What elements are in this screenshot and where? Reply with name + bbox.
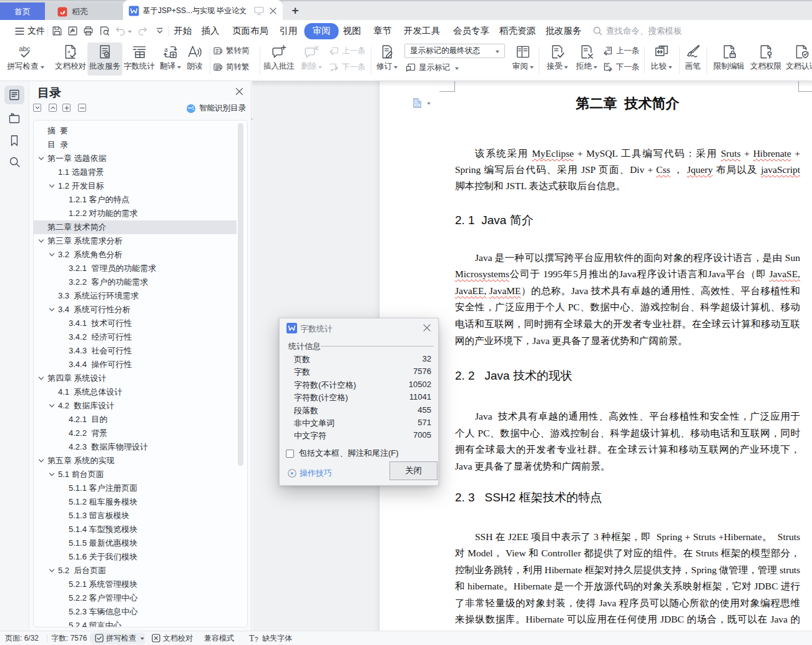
sidebar-search-tool[interactable] <box>4 152 24 171</box>
tab-document[interactable]: 基于JSP+SS...与实现 毕业论文 <box>123 0 283 20</box>
tab-home[interactable]: 首页 <box>0 2 45 21</box>
outline-item[interactable]: 3.4.1 技术可行性 <box>34 317 247 330</box>
reject-change-button[interactable]: 拒绝 <box>573 42 600 75</box>
trad-to-simp-button[interactable]: 繁转简 <box>213 46 250 56</box>
close-dialog-button[interactable]: 关闭 <box>389 461 438 480</box>
outline-scrollbar-thumb[interactable] <box>238 123 243 466</box>
tips-link[interactable]: 操作技巧 <box>288 468 332 479</box>
reviewer-pane-button[interactable]: 审阅 <box>509 42 537 75</box>
outline-item[interactable]: 第二章 技术简介 <box>34 220 247 234</box>
outline-item[interactable]: 第四章 系统设计 <box>34 372 247 385</box>
expand-all-button[interactable] <box>33 104 41 112</box>
outline-item[interactable]: 1.1 选题背景 <box>34 165 247 179</box>
smart-catalog-button[interactable]: 智能识别目录 <box>187 103 246 114</box>
chevron-down-icon[interactable] <box>38 458 44 464</box>
outline-item[interactable]: 5.1.5 最新优惠模块 <box>34 536 247 550</box>
new-tab-button[interactable]: + <box>285 1 306 20</box>
outline-item[interactable]: 目 录 <box>34 138 247 152</box>
accept-change-button[interactable]: 接受 <box>544 42 571 75</box>
next-change-button[interactable]: 下一条 <box>603 62 640 72</box>
outline-item[interactable]: 5.2.3 车辆信息中心 <box>34 605 247 619</box>
outline-item[interactable]: 3.2.1 管理员的功能需求 <box>34 262 247 275</box>
show-markup-button[interactable]: 显示标记 <box>406 62 459 73</box>
expand-level-button[interactable] <box>62 104 71 112</box>
document-body-text[interactable]: 第二章 技术简介 该系统采用 MyEclipse + MySQL 工具编写代码：… <box>455 81 800 628</box>
brush-button[interactable]: 画笔 <box>683 42 702 75</box>
menu-item-1[interactable]: 开始 <box>174 20 192 42</box>
word-count-indicator[interactable]: 字数: 7576 <box>51 631 87 645</box>
include-footnotes-checkbox[interactable]: 包括文本框、脚注和尾注(F) <box>286 448 399 459</box>
outline-item[interactable]: 摘 要 <box>34 124 247 138</box>
page-setup-button[interactable] <box>413 98 431 108</box>
collapse-level-button[interactable] <box>78 104 86 112</box>
outline-item[interactable]: 3.4.3 社会可行性 <box>34 344 247 358</box>
outline-item[interactable]: 3.4.4 操作可行性 <box>34 358 247 372</box>
outline-item[interactable]: 4.2.2 背景 <box>34 426 247 440</box>
chevron-down-icon[interactable] <box>49 307 55 313</box>
read-aloud-button[interactable]: 朗读 <box>182 42 207 75</box>
prev-change-button[interactable]: 上一条 <box>603 46 640 56</box>
compat-mode-indicator[interactable]: 兼容模式 <box>204 631 234 645</box>
outline-item[interactable]: 5.2.4 留言中心 <box>34 619 247 628</box>
collapse-all-button[interactable] <box>49 104 57 112</box>
doc-authentication-button[interactable]: 文档认证 <box>785 42 812 75</box>
outline-item[interactable]: 5.1.6 关于我们模块 <box>34 550 247 564</box>
chevron-down-icon[interactable] <box>38 375 44 382</box>
outline-item[interactable]: 1.2 开发目标 <box>34 179 247 193</box>
outline-item[interactable]: 第五章 系统的实现 <box>34 454 247 468</box>
compare-button[interactable]: 比较 <box>648 42 675 75</box>
sidebar-bookmark-tool[interactable] <box>4 131 24 150</box>
document-page[interactable]: 第二章 技术简介 该系统采用 MyEclipse + MySQL 工具编写代码：… <box>379 81 812 631</box>
menu-item-2[interactable]: 插入 <box>202 20 220 42</box>
sidebar-taskpane-tool[interactable] <box>4 109 24 127</box>
track-changes-button[interactable]: 修订 <box>373 42 401 75</box>
markup-state-combobox[interactable]: 显示标记的最终状态 <box>404 44 505 58</box>
proof-service-button[interactable]: 批改服务 <box>87 42 122 76</box>
menu-item-8[interactable]: 开发工具 <box>404 20 440 42</box>
menu-item-7[interactable]: 章节 <box>374 20 392 42</box>
outline-item[interactable]: 4.2.3 数据库物理设计 <box>34 440 247 454</box>
chevron-down-icon[interactable] <box>49 471 55 478</box>
menu-item-6[interactable]: 视图 <box>343 20 361 42</box>
outline-item[interactable]: 3.4.2 经济可行性 <box>34 330 247 344</box>
outline-item[interactable]: 1.2.1 客户的特点 <box>34 193 247 207</box>
outline-item[interactable]: 3.4 系统可行性分析 <box>34 303 247 317</box>
sidebar-outline-tool[interactable] <box>4 86 24 104</box>
outline-item[interactable]: 1.2.2 对功能的需求 <box>34 207 247 220</box>
screen-share-icon[interactable] <box>254 6 264 16</box>
dialog-close-icon[interactable] <box>423 323 431 332</box>
menu-item-5[interactable]: 审阅 <box>305 20 339 42</box>
outline-item[interactable]: 3.2.2 客户的功能需求 <box>34 275 247 289</box>
chevron-down-icon[interactable] <box>49 403 55 409</box>
outline-item[interactable]: 5.2 后台页面 <box>34 564 247 578</box>
insert-comment-button[interactable]: 插入批注 <box>262 42 296 75</box>
outline-item[interactable]: 第一章 选题依据 <box>34 152 247 165</box>
menu-item-9[interactable]: 会员专享 <box>453 20 489 42</box>
word-count-button[interactable]: 字数统计 <box>123 42 155 75</box>
doc-proofread-status[interactable]: 文档校对 <box>152 631 193 645</box>
chevron-down-icon[interactable] <box>49 568 55 574</box>
outline-item[interactable]: 4.2.1 目的 <box>34 413 247 426</box>
outline-item[interactable]: 5.1.1 客户注册页面 <box>34 481 247 495</box>
doc-permission-button[interactable]: 文档权限 <box>750 42 782 75</box>
restrict-editing-button[interactable]: 限制编辑 <box>713 42 745 75</box>
chevron-down-icon[interactable] <box>38 155 44 162</box>
chevron-down-icon[interactable] <box>38 238 44 244</box>
outline-item[interactable]: 第三章 系统需求分析 <box>34 234 247 248</box>
outline-item[interactable]: 5.1.4 车型预览模块 <box>34 523 247 536</box>
outline-item[interactable]: 5.2.2 客户管理中心 <box>34 591 247 605</box>
tab-close-icon[interactable] <box>269 7 277 15</box>
outline-item[interactable]: 5.2.1 系统管理模块 <box>34 578 247 591</box>
doc-proofread-button[interactable]: a 文档校对 <box>55 42 86 75</box>
chevron-down-icon[interactable] <box>49 183 55 189</box>
spell-check-toggle[interactable]: 拼写检查 <box>95 631 144 645</box>
command-search[interactable]: 查找命令、搜索模板 <box>593 20 682 42</box>
outline-item[interactable]: 3.2 系统角色分析 <box>34 248 247 262</box>
missing-font-indicator[interactable]: T? 缺失字体 <box>249 631 292 645</box>
simp-to-trad-button[interactable]: 简转繁 <box>213 62 250 72</box>
tab-docer[interactable]: 稻壳 <box>45 2 123 21</box>
outline-item[interactable]: 4.2 数据库设计 <box>34 399 247 413</box>
menu-item-3[interactable]: 页面布局 <box>232 20 268 42</box>
outline-item[interactable]: 3.3 系统运行环境需求 <box>34 289 247 303</box>
panel-close-icon[interactable] <box>235 87 245 97</box>
